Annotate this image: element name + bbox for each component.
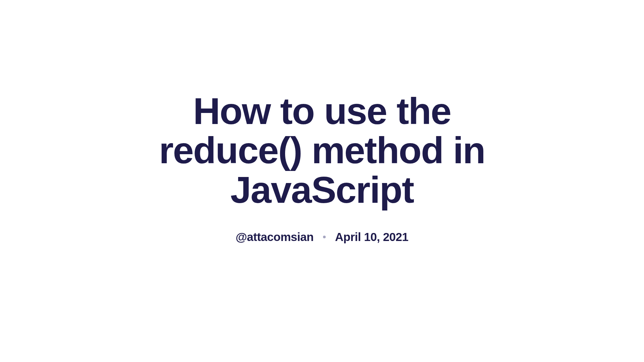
author-handle[interactable]: @attacomsian	[235, 230, 313, 244]
separator-dot-icon	[323, 236, 326, 238]
article-meta: @attacomsian April 10, 2021	[235, 230, 408, 244]
publish-date: April 10, 2021	[335, 230, 409, 244]
article-title: How to use the reduce() method in JavaSc…	[138, 92, 506, 210]
